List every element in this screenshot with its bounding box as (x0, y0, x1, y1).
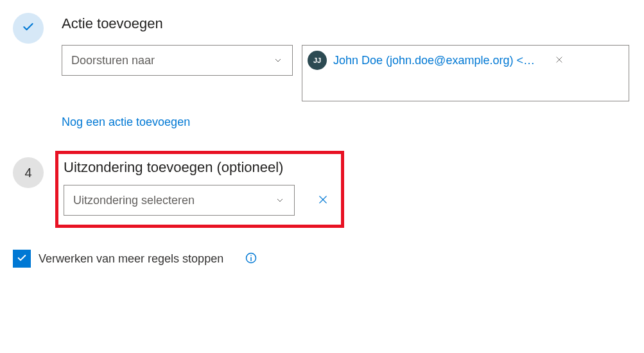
action-dropdown-value: Doorsturen naar (71, 54, 273, 67)
chevron-down-icon (275, 195, 285, 205)
step-add-action: Actie toevoegen Doorsturen naar JJ John … (13, 13, 631, 129)
remove-exception-button[interactable] (313, 190, 333, 211)
step-number-badge: 4 (13, 157, 44, 188)
stop-processing-label: Verwerken van meer regels stoppen (39, 252, 223, 266)
step-add-exception-body: Uitzondering toevoegen (optioneel) Uitzo… (62, 157, 631, 234)
forward-to-people-picker[interactable]: JJ John Doe (john.doe@example.org) <… (302, 45, 629, 101)
action-dropdown[interactable]: Doorsturen naar (62, 45, 293, 76)
highlight-box: Uitzondering toevoegen (optioneel) Uitzo… (55, 151, 344, 228)
step-exception-title: Uitzondering toevoegen (optioneel) (64, 159, 333, 176)
add-another-action-link[interactable]: Nog een actie toevoegen (62, 116, 190, 129)
stop-processing-checkbox[interactable] (13, 250, 31, 268)
exception-controls-row: Uitzondering selecteren (64, 185, 333, 216)
info-icon (245, 252, 257, 266)
close-icon (317, 194, 329, 207)
svg-point-6 (250, 255, 252, 256)
person-display-name: John Doe (john.doe@example.org) <… (333, 54, 535, 67)
step-add-action-title: Actie toevoegen (62, 15, 631, 32)
action-controls-row: Doorsturen naar JJ John Doe (john.doe@ex… (62, 45, 631, 101)
checkmark-icon (17, 253, 27, 265)
remove-person-button[interactable] (550, 51, 568, 69)
checkmark-icon (22, 21, 35, 37)
exception-dropdown[interactable]: Uitzondering selecteren (64, 185, 295, 216)
avatar: JJ (308, 51, 327, 70)
stop-processing-row: Verwerken van meer regels stoppen (13, 250, 631, 268)
info-button[interactable] (244, 252, 258, 266)
person-chip[interactable]: JJ John Doe (john.doe@example.org) <… (306, 49, 571, 71)
step-add-action-body: Actie toevoegen Doorsturen naar JJ John … (62, 13, 631, 129)
chevron-down-icon (273, 55, 283, 65)
exception-dropdown-value: Uitzondering selecteren (73, 194, 275, 207)
step-complete-badge (13, 13, 44, 44)
close-icon (555, 55, 564, 66)
step-add-exception: 4 Uitzondering toevoegen (optioneel) Uit… (13, 157, 631, 234)
